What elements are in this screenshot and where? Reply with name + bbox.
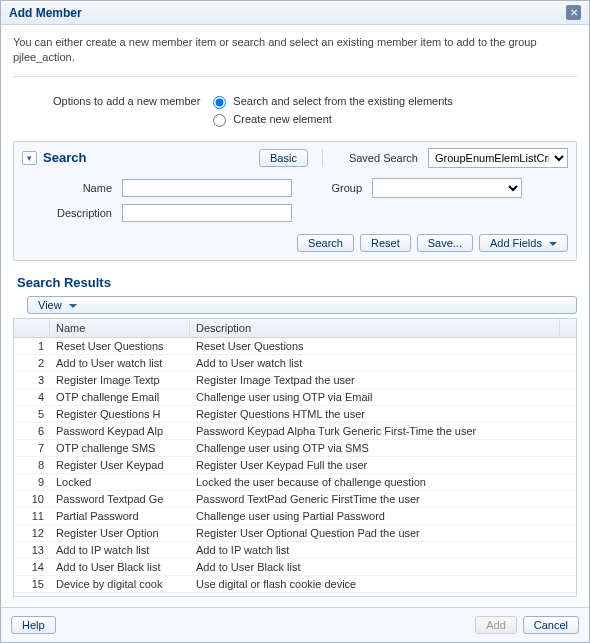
cell-name: Password Keypad Alp [50,423,190,439]
table-row[interactable]: 1Reset User QuestionsReset User Question… [14,338,576,355]
cell-index: 13 [14,542,50,558]
radio-search-select[interactable] [213,96,226,109]
search-button-bar: Search Reset Save... Add Fields [22,234,568,252]
chevron-down-icon [69,304,77,308]
table-row[interactable]: 3Register Image TextpRegister Image Text… [14,372,576,389]
cell-name: Device by digital cook [50,576,190,592]
search-button[interactable]: Search [297,234,354,252]
table-row[interactable]: 13Add to IP watch listAdd to IP watch li… [14,542,576,559]
separator [322,149,323,167]
description-input[interactable] [122,204,292,222]
col-index[interactable] [14,319,50,337]
cell-name: Register Image Textp [50,372,190,388]
cell-description: Add to User watch list [190,355,576,371]
table-row[interactable]: 10Password Textpad GePassword TextPad Ge… [14,491,576,508]
table-row[interactable]: 7OTP challenge SMSChallenge user using O… [14,440,576,457]
add-fields-button[interactable]: Add Fields [479,234,568,252]
cell-index: 12 [14,525,50,541]
group-label: Group [302,182,362,194]
cell-description: Use digital or flash cookie device [190,576,576,592]
view-label: View [38,299,62,311]
table-row[interactable]: 4OTP challenge EmailChallenge user using… [14,389,576,406]
save-button[interactable]: Save... [417,234,473,252]
cell-name: Password Textpad Ge [50,491,190,507]
cell-index: 6 [14,423,50,439]
divider [13,76,577,77]
table-row[interactable]: 12Register User OptionRegister User Opti… [14,525,576,542]
table-row[interactable]: 5Register Questions HRegister Questions … [14,406,576,423]
cell-description: Locked the user because of challenge que… [190,474,576,490]
cell-name: Add to User watch list [50,355,190,371]
cell-description: Challenge user using OTP via SMS [190,440,576,456]
close-icon[interactable]: ✕ [566,5,581,20]
cell-index: 5 [14,406,50,422]
cell-index: 3 [14,372,50,388]
name-input[interactable] [122,179,292,197]
basic-button[interactable]: Basic [259,149,308,167]
search-header: ▾ Search Basic Saved Search GroupEnumEle… [22,148,568,168]
table-row[interactable]: 8Register User KeypadRegister User Keypa… [14,457,576,474]
cell-description: Register User Optional Question Pad the … [190,525,576,541]
cell-name: Add to User Black list [50,559,190,575]
results-title: Search Results [17,275,577,290]
intro-text: You can either create a new member item … [13,35,577,66]
chevron-down-icon [549,242,557,246]
dialog-header: Add Member ✕ [1,1,589,25]
dialog-body: You can either create a new member item … [1,25,589,607]
option-create-new[interactable]: Create new element [208,111,453,127]
cell-name: Reset User Questions [50,338,190,354]
view-button[interactable]: View [27,296,577,314]
cell-name: Add to IP watch list [50,542,190,558]
cell-index: 14 [14,559,50,575]
saved-search-select[interactable]: GroupEnumElemListCriteria [428,148,568,168]
description-label: Description [32,207,112,219]
cell-name: Locked [50,474,190,490]
table-row[interactable]: 15Device by digital cookUse digital or f… [14,576,576,593]
table-row[interactable]: 11Partial PasswordChallenge user using P… [14,508,576,525]
cell-name: Partial Password [50,508,190,524]
group-select[interactable] [372,178,522,198]
table-row[interactable]: 9LockedLocked the user because of challe… [14,474,576,491]
table-row[interactable]: 6Password Keypad AlpPassword Keypad Alph… [14,423,576,440]
cell-name: Register User Keypad [50,457,190,473]
cell-description: Add to IP watch list [190,542,576,558]
cell-index: 4 [14,389,50,405]
radio-create-new-label: Create new element [233,113,331,125]
reset-button[interactable]: Reset [360,234,411,252]
disclose-icon[interactable]: ▾ [22,151,37,165]
cell-index: 11 [14,508,50,524]
add-button[interactable]: Add [475,616,517,634]
options-row: Options to add a new member Search and s… [53,93,577,127]
add-member-dialog: Add Member ✕ You can either create a new… [0,0,590,643]
saved-search-label: Saved Search [349,152,418,164]
search-panel: ▾ Search Basic Saved Search GroupEnumEle… [13,141,577,261]
cell-index: 10 [14,491,50,507]
cell-name: Register Questions H [50,406,190,422]
cell-name: Register User Option [50,525,190,541]
col-name[interactable]: Name [50,319,190,337]
cell-description: Register Questions HTML the user [190,406,576,422]
col-description[interactable]: Description [190,319,560,337]
cell-name: OTP challenge Email [50,389,190,405]
option-search-select[interactable]: Search and select from the existing elem… [208,93,453,109]
table-body[interactable]: 1Reset User QuestionsReset User Question… [14,338,576,596]
table-header: Name Description [14,319,576,338]
search-form: Name Group Description [32,178,564,222]
options-radio-group: Search and select from the existing elem… [208,93,453,127]
cell-description: Register Image Textpad the user [190,372,576,388]
cell-description: Register User Keypad Full the user [190,457,576,473]
cancel-button[interactable]: Cancel [523,616,579,634]
cell-name: OTP challenge SMS [50,440,190,456]
options-label: Options to add a new member [53,93,200,107]
dialog-footer: Help Add Cancel [1,607,589,642]
radio-create-new[interactable] [213,114,226,127]
cell-description: Challenge user using Partial Password [190,508,576,524]
table-row[interactable]: 14Add to User Black listAdd to User Blac… [14,559,576,576]
results-table: Name Description 1Reset User QuestionsRe… [13,318,577,597]
cell-index: 15 [14,576,50,592]
cell-description: Reset User Questions [190,338,576,354]
help-button[interactable]: Help [11,616,56,634]
cell-index: 9 [14,474,50,490]
radio-search-select-label: Search and select from the existing elem… [233,95,453,107]
table-row[interactable]: 2Add to User watch listAdd to User watch… [14,355,576,372]
